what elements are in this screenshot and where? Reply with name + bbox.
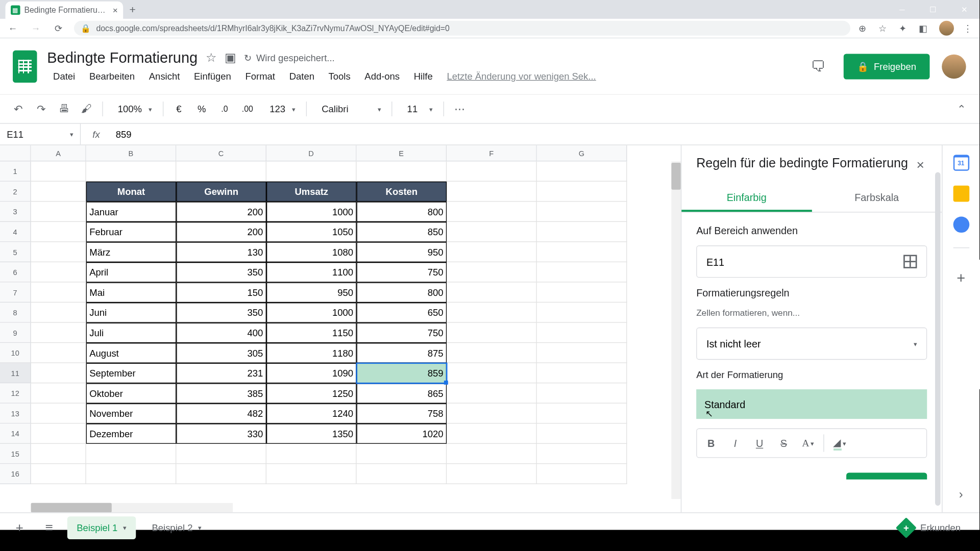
cell[interactable]: 1240 xyxy=(266,404,357,424)
cell[interactable] xyxy=(86,444,177,464)
minimize-button[interactable]: ─ xyxy=(887,0,918,19)
cell[interactable]: 330 xyxy=(176,423,266,444)
select-range-icon[interactable] xyxy=(903,255,917,268)
cell[interactable] xyxy=(537,343,627,363)
cell[interactable]: 1180 xyxy=(266,343,357,363)
cell[interactable] xyxy=(31,423,86,444)
text-color-button[interactable]: A▾ xyxy=(797,432,820,455)
cell[interactable] xyxy=(447,444,537,464)
cell[interactable]: Dezember xyxy=(86,423,177,444)
cell[interactable] xyxy=(447,303,537,323)
strikethrough-button[interactable]: S xyxy=(772,432,795,455)
maximize-button[interactable]: ☐ xyxy=(918,0,949,19)
col-header-a[interactable]: A xyxy=(31,145,86,162)
formula-input[interactable]: 859 xyxy=(112,129,132,139)
cell[interactable] xyxy=(31,323,86,343)
cell[interactable] xyxy=(31,283,86,303)
menu-einfuegen[interactable]: Einfügen xyxy=(188,67,237,84)
cell[interactable]: 950 xyxy=(357,242,447,262)
row-header[interactable]: 12 xyxy=(0,383,31,404)
menu-bearbeiten[interactable]: Bearbeiten xyxy=(83,67,141,84)
cell[interactable]: 200 xyxy=(176,222,266,242)
row-header[interactable]: 16 xyxy=(0,464,31,484)
cell[interactable]: 850 xyxy=(357,222,447,242)
cell[interactable] xyxy=(31,464,86,484)
cell[interactable] xyxy=(447,404,537,424)
cell[interactable]: 1000 xyxy=(266,303,357,323)
ext2-icon[interactable]: ◧ xyxy=(919,23,929,34)
menu-tools[interactable]: Tools xyxy=(323,67,357,84)
cell[interactable]: 1090 xyxy=(266,363,357,384)
cell[interactable] xyxy=(537,222,627,242)
account-avatar[interactable] xyxy=(942,54,966,78)
cell[interactable]: 1020 xyxy=(357,423,447,444)
comments-button[interactable]: 🗨 xyxy=(804,53,831,80)
profile-avatar[interactable] xyxy=(939,21,954,36)
cell[interactable]: Kosten xyxy=(357,182,447,202)
paint-format-button[interactable]: 🖌 xyxy=(77,99,97,119)
cell[interactable] xyxy=(537,161,627,182)
row-header[interactable]: 7 xyxy=(0,283,31,303)
cell[interactable]: 758 xyxy=(357,404,447,424)
cell[interactable] xyxy=(176,464,266,484)
cell[interactable]: 200 xyxy=(176,202,266,222)
cell[interactable]: 130 xyxy=(176,242,266,262)
row-header[interactable]: 11 xyxy=(0,363,31,384)
star-icon[interactable]: ☆ xyxy=(878,23,889,34)
cell[interactable] xyxy=(537,202,627,222)
calendar-icon[interactable] xyxy=(953,155,969,171)
row-header[interactable]: 2 xyxy=(0,182,31,202)
row-header[interactable]: 14 xyxy=(0,423,31,444)
cell[interactable] xyxy=(31,404,86,424)
back-button[interactable]: ← xyxy=(6,23,20,34)
cell[interactable]: 859 xyxy=(357,363,447,384)
cell[interactable] xyxy=(447,423,537,444)
cell[interactable] xyxy=(176,444,266,464)
cell[interactable]: 865 xyxy=(357,383,447,404)
cell[interactable]: 482 xyxy=(176,404,266,424)
cell[interactable]: 750 xyxy=(357,262,447,283)
cell[interactable] xyxy=(447,242,537,262)
share-button[interactable]: 🔒 Freigeben xyxy=(844,54,930,79)
name-box[interactable]: E11▾ xyxy=(0,124,81,145)
bold-button[interactable]: B xyxy=(700,432,723,455)
cell[interactable] xyxy=(266,161,357,182)
cell[interactable] xyxy=(447,283,537,303)
menu-ansicht[interactable]: Ansicht xyxy=(143,67,186,84)
cell[interactable]: 1150 xyxy=(266,323,357,343)
cell[interactable]: Gewinn xyxy=(176,182,266,202)
vertical-scrollbar[interactable] xyxy=(671,161,680,499)
cell[interactable] xyxy=(447,222,537,242)
address-bar[interactable]: 🔒 docs.google.com/spreadsheets/d/1RMhyrI… xyxy=(74,21,850,36)
close-window-button[interactable]: ✕ xyxy=(948,0,979,19)
cell[interactable]: 875 xyxy=(357,343,447,363)
cell[interactable]: 1050 xyxy=(266,222,357,242)
cell[interactable]: 950 xyxy=(266,283,357,303)
undo-button[interactable]: ↶ xyxy=(8,99,29,119)
cell[interactable] xyxy=(447,383,537,404)
menu-format[interactable]: Format xyxy=(239,67,281,84)
col-header-d[interactable]: D xyxy=(266,145,357,162)
row-header[interactable]: 1 xyxy=(0,161,31,182)
cell[interactable] xyxy=(31,161,86,182)
fill-color-button[interactable]: ◢ ▾ xyxy=(828,432,851,455)
sheet-tab-2[interactable]: Beispiel 2▾ xyxy=(142,516,211,539)
cell[interactable] xyxy=(447,161,537,182)
sheets-logo[interactable] xyxy=(11,47,39,85)
cell[interactable]: 150 xyxy=(176,283,266,303)
cell[interactable] xyxy=(31,182,86,202)
print-button[interactable]: 🖶 xyxy=(54,99,74,119)
redo-button[interactable]: ↷ xyxy=(31,99,52,119)
cell[interactable] xyxy=(86,161,177,182)
underline-button[interactable]: U xyxy=(748,432,771,455)
cell[interactable] xyxy=(537,363,627,384)
horizontal-scrollbar[interactable] xyxy=(31,503,233,512)
move-icon[interactable]: ▣ xyxy=(225,50,236,65)
row-header[interactable]: 3 xyxy=(0,202,31,222)
menu-daten[interactable]: Daten xyxy=(283,67,321,84)
cell[interactable] xyxy=(537,283,627,303)
cell[interactable] xyxy=(537,464,627,484)
style-preview[interactable]: Standard xyxy=(696,389,927,419)
font-dropdown[interactable]: Calibri▾ xyxy=(312,104,386,114)
cell[interactable] xyxy=(31,262,86,283)
